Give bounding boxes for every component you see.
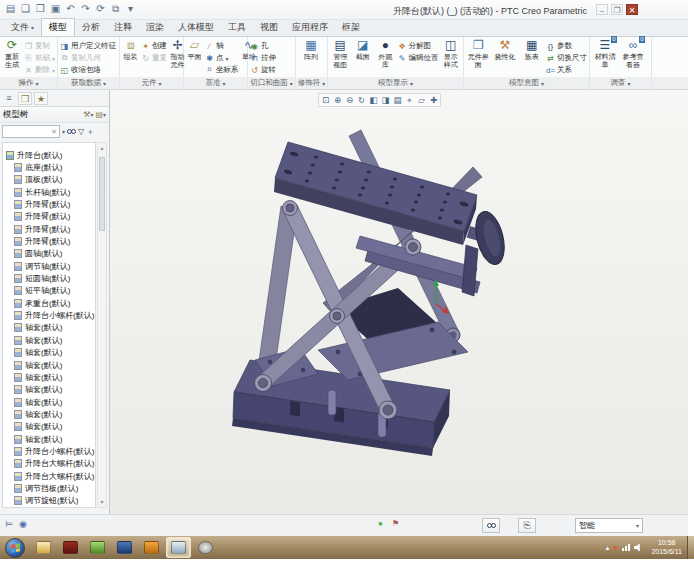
group-label-modifiers[interactable]: 修饰符▾: [296, 77, 327, 89]
filter-plus-icon[interactable]: ＋: [86, 126, 94, 137]
tree-item[interactable]: 升降臂(默认): [3, 211, 95, 223]
tree-item[interactable]: 升降台大螺杆(默认): [3, 470, 95, 482]
taskbar-app-media-red[interactable]: [58, 537, 83, 558]
tree-item[interactable]: 升降台大螺杆(默认): [3, 458, 95, 470]
tab-annotate[interactable]: 注释: [107, 19, 139, 36]
graphics-viewport[interactable]: ⊡⊕⊖↻◧◨▤⌖▱✚: [110, 90, 688, 514]
group-label-operations[interactable]: 操作▾: [0, 77, 57, 89]
tree-item[interactable]: 短平轴(默认): [3, 285, 95, 297]
group-label-get-data[interactable]: 获取数据▾: [58, 77, 119, 89]
taskbar-app-image-green[interactable]: [85, 537, 110, 558]
web-browser-icon[interactable]: ◉: [19, 519, 27, 529]
tree-item[interactable]: 承重台(默认): [3, 297, 95, 309]
tree-item[interactable]: 短圆轴(默认): [3, 272, 95, 284]
tree-item[interactable]: 轴套(默认): [3, 322, 95, 334]
tab-file[interactable]: 文件▾: [4, 19, 41, 36]
tree-item[interactable]: 轴套(默认): [3, 408, 95, 420]
quick-access-icon[interactable]: ▣: [49, 2, 62, 16]
reference-viewer-button[interactable]: ∞ 参考查看器: [620, 38, 646, 68]
tree-item[interactable]: 轴套(默认): [3, 371, 95, 383]
status-flag-icon[interactable]: ⚑: [392, 519, 399, 528]
group-label-cut-surface[interactable]: 切口和曲面▾: [248, 77, 295, 89]
tree-item[interactable]: 调节轴(默认): [3, 260, 95, 272]
model-tree-tab[interactable]: ≡: [2, 92, 16, 105]
filter-funnel-icon[interactable]: ▽: [78, 127, 84, 136]
hidden-icons-button[interactable]: ▴: [606, 544, 610, 552]
tree-root-item[interactable]: 升降台(默认): [3, 149, 95, 161]
taskbar-app-docs-orange[interactable]: [139, 537, 164, 558]
tree-item[interactable]: 底座(默认): [3, 161, 95, 173]
tab-render[interactable]: 渲染: [139, 19, 171, 36]
minimize-button[interactable]: –: [596, 4, 608, 15]
search-caret-icon[interactable]: ▾: [62, 128, 65, 135]
pattern-button[interactable]: ▦ 阵列: [298, 38, 324, 61]
tray-alert-icon[interactable]: ●: [613, 544, 618, 552]
flexibility-button[interactable]: ⚒ 挠性化: [493, 38, 518, 61]
graphics-tool-icon[interactable]: ◧: [368, 95, 379, 106]
graphics-tool-icon[interactable]: ▱: [416, 95, 427, 106]
start-button[interactable]: [5, 538, 25, 558]
tree-item[interactable]: 升降臂(默认): [3, 223, 95, 235]
tab-analysis[interactable]: 分析: [75, 19, 107, 36]
graphics-tool-icon[interactable]: ⊖: [344, 95, 355, 106]
group-label-model-display[interactable]: 模型显示▾: [328, 77, 463, 89]
graphics-tool-icon[interactable]: ✚: [428, 95, 439, 106]
sections-button[interactable]: ◪ 截面: [353, 38, 374, 61]
find-icon[interactable]: [67, 129, 76, 134]
network-icon[interactable]: [622, 544, 630, 551]
tree-item[interactable]: 调节挡板(默认): [3, 482, 95, 494]
tab-tools[interactable]: 工具: [221, 19, 253, 36]
group-label-component[interactable]: 元件▾: [120, 77, 183, 89]
favorites-tab[interactable]: ★: [34, 92, 48, 105]
tree-item[interactable]: 轴套(默认): [3, 384, 95, 396]
tree-item[interactable]: 轴套(默认): [3, 347, 95, 359]
appearances-button[interactable]: ● 外观库: [375, 38, 396, 68]
close-button[interactable]: ✕: [626, 4, 638, 15]
point-button[interactable]: ✱点▾: [205, 52, 239, 64]
scrollbar-thumb[interactable]: [99, 157, 105, 231]
copy-geometry-button[interactable]: ⧉复制几何: [60, 52, 116, 64]
taskbar-app-browser-gray[interactable]: [193, 537, 218, 558]
quick-access-icon[interactable]: ↷: [79, 2, 92, 16]
find-button[interactable]: [482, 518, 500, 533]
tree-item[interactable]: 圆轴(默认): [3, 248, 95, 260]
tree-item[interactable]: 轴套(默认): [3, 433, 95, 445]
bom-button[interactable]: ☰ 材料清单: [592, 38, 618, 68]
group-label-model-intent[interactable]: 模型意图▾: [464, 77, 589, 89]
folder-browser-tab[interactable]: ❒: [18, 92, 32, 105]
tab-manikin[interactable]: 人体模型: [171, 19, 221, 36]
copy-button[interactable]: ❐复制: [24, 40, 55, 52]
parameters-button[interactable]: {}参数: [546, 40, 587, 52]
csys-button[interactable]: ⌗坐标系: [205, 64, 239, 76]
quick-access-icon[interactable]: ⧉: [109, 2, 122, 16]
hole-button[interactable]: ◉孔: [250, 40, 276, 52]
graphics-tool-icon[interactable]: ◨: [380, 95, 391, 106]
delete-button[interactable]: ✕删除▾: [24, 64, 55, 76]
tab-framework[interactable]: 框架: [335, 19, 367, 36]
tab-view[interactable]: 视图: [253, 19, 285, 36]
exploded-view-button[interactable]: ❖分解图: [398, 40, 439, 52]
search-clear-icon[interactable]: ✕: [51, 128, 59, 136]
regenerate-button[interactable]: ⟳ 重新生成: [2, 38, 22, 68]
tree-item[interactable]: 升降台小螺杆(默认): [3, 445, 95, 457]
plane-button[interactable]: ▱ 平面: [186, 38, 203, 61]
tree-tools-icon[interactable]: ⚒: [83, 110, 90, 119]
graphics-tool-icon[interactable]: ▤: [392, 95, 403, 106]
graphics-tool-icon[interactable]: ⊡: [320, 95, 331, 106]
clipboard-button[interactable]: ⎘: [518, 518, 536, 533]
tree-scrollbar[interactable]: ▴ ▾: [97, 142, 107, 508]
shrinkwrap-button[interactable]: ◱收缩包络: [60, 64, 116, 76]
create-button[interactable]: ✦创建: [141, 40, 167, 52]
graphics-tool-icon[interactable]: ⌖: [404, 95, 415, 106]
manage-views-button[interactable]: ▤ 管理视图: [330, 38, 351, 68]
display-style-button[interactable]: ◫ 显示样式: [441, 38, 462, 68]
nav-toggle-icon[interactable]: ⊨: [5, 519, 13, 529]
tree-search-input[interactable]: [3, 127, 51, 136]
restore-button[interactable]: ❐: [611, 4, 623, 15]
taskbar-app-explorer[interactable]: [31, 537, 56, 558]
group-label-datum[interactable]: 基准▾: [184, 77, 247, 89]
tree-item[interactable]: 升降臂(默认): [3, 198, 95, 210]
tab-applications[interactable]: 应用程序: [285, 19, 335, 36]
graphics-tool-icon[interactable]: ↻: [356, 95, 367, 106]
assemble-button[interactable]: ⧈ 组装: [122, 38, 139, 61]
